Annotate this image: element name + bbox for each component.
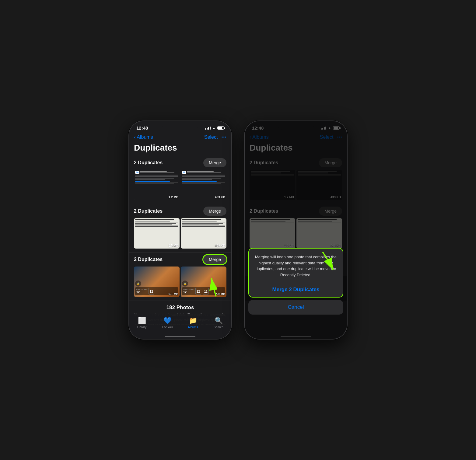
photo-thumb-3a[interactable]: 🔒 Font & Color 12 xyxy=(134,267,180,297)
photo-size-2b: 469 KB xyxy=(215,244,225,247)
group1-photos: 16 xyxy=(134,170,226,200)
tab-albums-label: Albums xyxy=(188,326,198,329)
back-button-1[interactable]: ‹ Albums xyxy=(134,134,153,140)
home-indicator-1 xyxy=(165,336,195,337)
tab-search[interactable]: 🔍 Search xyxy=(206,317,231,329)
dialog-container: Merging will keep one photo that combine… xyxy=(248,248,343,315)
photo-thumb-1a[interactable]: 16 xyxy=(134,170,180,200)
group1-count: 2 Duplicates xyxy=(134,160,163,166)
merge-button-group1[interactable]: Merge xyxy=(203,158,226,167)
duplicate-group-1: 2 Duplicates Merge 16 xyxy=(129,156,231,204)
more-button-1[interactable]: ··· xyxy=(221,134,226,141)
battery-icon xyxy=(217,126,224,130)
tab-albums[interactable]: 📁 Albums xyxy=(180,317,206,329)
tab-search-label: Search xyxy=(214,326,223,329)
tab-for-you[interactable]: 💙 For You xyxy=(155,317,180,329)
photo-size-3b: 7.9 MB xyxy=(215,292,225,296)
page-title-1: Duplicates xyxy=(129,142,231,156)
group1-header: 2 Duplicates Merge xyxy=(134,158,226,167)
merge-duplicates-button[interactable]: Merge 2 Duplicates xyxy=(249,282,343,297)
tab-library-label: Library xyxy=(137,326,147,329)
chevron-left-icon: ‹ xyxy=(134,134,135,140)
photo-size-2a: 1.5 MB xyxy=(169,244,178,247)
photo-thumb-3b[interactable]: 🔒 Font & Color 12 xyxy=(181,267,226,297)
duplicate-group-2: 2 Duplicates Merge xyxy=(129,204,231,253)
dialog-main: Merging will keep one photo that combine… xyxy=(248,248,343,298)
scroll-content-1[interactable]: 2 Duplicates Merge 16 xyxy=(129,156,231,325)
nav-actions-1: Select ··· xyxy=(204,134,226,141)
scene: 12:48 ▲ ‹ Al xyxy=(128,120,348,340)
photo-thumb-2b[interactable]: 469 KB xyxy=(181,218,226,249)
select-button-1[interactable]: Select xyxy=(204,134,218,140)
photo-size-1a: 1.2 MB xyxy=(169,196,178,199)
photo-thumb-2a[interactable]: 1.5 MB xyxy=(134,218,180,249)
search-icon: 🔍 xyxy=(215,317,223,325)
group3-photos: 🔒 Font & Color 12 xyxy=(134,267,226,297)
time-1: 12:48 xyxy=(136,125,148,131)
for-you-icon: 💙 xyxy=(163,317,172,325)
signal-icon xyxy=(205,127,211,130)
group2-header: 2 Duplicates Merge xyxy=(134,207,226,216)
status-icons-1: ▲ xyxy=(205,126,224,130)
wifi-icon: ▲ xyxy=(212,126,216,130)
photo-size-3a: 9.1 MB xyxy=(169,292,178,296)
group2-count: 2 Duplicates xyxy=(134,208,163,214)
tab-bar-1: ⬜ Library 💙 For You 📁 Albums 🔍 Search xyxy=(129,314,231,339)
photo-thumb-1b[interactable]: 16 xyxy=(181,170,226,200)
photo-size-1b: 433 KB xyxy=(215,196,225,199)
tab-library[interactable]: ⬜ Library xyxy=(129,317,155,329)
group2-photos: 1.5 MB xyxy=(134,218,226,249)
status-bar-1: 12:48 ▲ xyxy=(129,121,231,132)
group3-header: 2 Duplicates Merge xyxy=(134,255,226,264)
library-icon: ⬜ xyxy=(138,317,146,325)
duplicate-group-3: 2 Duplicates Merge 🔒 xyxy=(129,253,231,301)
phone-2: 12:48 ▲ xyxy=(244,120,348,340)
dialog-message: Merging will keep one photo that combine… xyxy=(249,249,343,282)
photo-count: 182 Photos xyxy=(134,305,226,311)
back-label-1: Albums xyxy=(137,134,153,140)
phone-1: 12:48 ▲ ‹ Al xyxy=(128,120,232,340)
nav-bar-1: ‹ Albums Select ··· xyxy=(129,132,231,142)
merge-button-group3[interactable]: Merge xyxy=(203,255,226,264)
group3-count: 2 Duplicates xyxy=(134,257,163,262)
merge-button-group2[interactable]: Merge xyxy=(203,207,226,216)
cancel-button[interactable]: Cancel xyxy=(248,300,343,315)
albums-icon: 📁 xyxy=(189,317,197,325)
tab-for-you-label: For You xyxy=(162,326,173,329)
